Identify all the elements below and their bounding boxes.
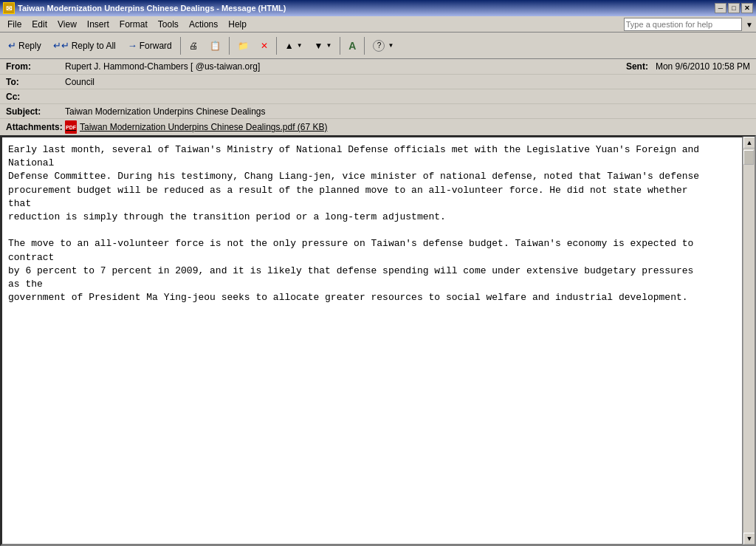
menu-bar: File Edit View Insert Format Tools Actio…: [0, 16, 624, 33]
toolbar-sep-4: [340, 37, 340, 55]
attachments-row: Attachments: PDF Taiwan Modernization Un…: [0, 118, 756, 135]
print-button[interactable]: 🖨: [184, 35, 203, 56]
delete-button[interactable]: ✕: [255, 35, 273, 56]
next-button[interactable]: ▼ ▼: [309, 35, 337, 56]
help-search-input[interactable]: [624, 18, 742, 31]
pdf-icon: PDF: [65, 120, 77, 134]
to-row: To: Council: [0, 74, 756, 89]
copy-icon: 📋: [210, 41, 221, 51]
sent-value: Sent: Mon 9/6/2010 10:58 PM: [626, 61, 750, 72]
menu-view[interactable]: View: [53, 18, 81, 31]
reply-all-icon: ↵↵: [53, 40, 69, 51]
menu-help[interactable]: Help: [224, 18, 251, 31]
menu-tools[interactable]: Tools: [154, 18, 183, 31]
close-button[interactable]: ✕: [741, 3, 753, 13]
cc-label: Cc:: [6, 92, 65, 102]
prev-dropdown-icon: ▼: [297, 42, 303, 49]
scroll-thumb[interactable]: [743, 150, 754, 165]
sent-datetime: Mon 9/6/2010 10:58 PM: [656, 61, 750, 72]
subject-value: Taiwan Modernization Underpins Chinese D…: [65, 106, 265, 117]
help-dropdown-btn-icon: ▼: [388, 42, 394, 49]
move-button[interactable]: 📁: [233, 35, 254, 56]
help-icon: ?: [373, 40, 385, 52]
next-dropdown-icon: ▼: [326, 42, 331, 49]
menu-format[interactable]: Format: [115, 18, 152, 31]
help-button[interactable]: ? ▼: [368, 35, 399, 56]
menu-file[interactable]: File: [3, 18, 26, 31]
format-icon: A: [348, 40, 356, 52]
next-icon: ▼: [315, 41, 323, 51]
title-bar-left: ✉ Taiwan Modernization Underpins Chinese…: [3, 2, 286, 14]
print-icon: 🖨: [189, 41, 198, 51]
scroll-track[interactable]: [743, 149, 755, 533]
sent-label: Sent:: [626, 61, 648, 72]
help-dropdown-icon[interactable]: ▼: [746, 21, 753, 29]
prev-icon: ▲: [285, 41, 294, 51]
from-value: Rupert J. Hammond-Chambers [ @us-taiwan.…: [65, 61, 260, 72]
cc-row: Cc:: [0, 89, 756, 103]
attachment-item[interactable]: PDF Taiwan Modernization Underpins Chine…: [65, 120, 328, 134]
scroll-up-button[interactable]: ▲: [743, 137, 755, 149]
copy-button[interactable]: 📋: [205, 35, 226, 56]
message-body[interactable]: Early last month, several of Taiwan's Mi…: [1, 137, 743, 545]
menu-actions[interactable]: Actions: [185, 18, 222, 31]
attachment-name: Taiwan Modernization Underpins Chinese D…: [80, 122, 328, 132]
window-title: Taiwan Modernization Underpins Chinese D…: [18, 4, 286, 13]
forward-icon: →: [128, 40, 137, 51]
from-label: From:: [6, 61, 65, 72]
delete-icon: ✕: [261, 41, 268, 51]
to-label: To:: [6, 77, 65, 87]
subject-label: Subject:: [6, 106, 65, 117]
from-row: From: Rupert J. Hammond-Chambers [ @us-t…: [0, 59, 756, 74]
main-content: From: Rupert J. Hammond-Chambers [ @us-t…: [0, 59, 756, 546]
attachments-label: Attachments:: [6, 122, 65, 132]
email-body-area: Early last month, several of Taiwan's Mi…: [0, 135, 756, 546]
reply-all-button[interactable]: ↵↵ Reply to All: [48, 35, 121, 56]
minimize-button[interactable]: ─: [715, 3, 726, 13]
prev-button[interactable]: ▲ ▼: [280, 35, 308, 56]
reply-icon: ↵: [8, 40, 16, 51]
toolbar: ↵ Reply ↵↵ Reply to All → Forward 🖨 📋 📁 …: [0, 33, 756, 59]
menu-insert[interactable]: Insert: [83, 18, 114, 31]
toolbar-sep-1: [180, 37, 181, 55]
title-bar-buttons[interactable]: ─ □ ✕: [715, 3, 753, 13]
move-icon: 📁: [238, 41, 249, 51]
format-button[interactable]: A: [343, 35, 361, 56]
scroll-down-button[interactable]: ▼: [743, 533, 755, 545]
scrollbar: ▲ ▼: [743, 137, 755, 545]
reply-button[interactable]: ↵ Reply: [3, 35, 47, 56]
email-icon: ✉: [3, 2, 15, 14]
title-bar: ✉ Taiwan Modernization Underpins Chinese…: [0, 0, 756, 16]
subject-row: Subject: Taiwan Modernization Underpins …: [0, 103, 756, 118]
menu-edit[interactable]: Edit: [27, 18, 52, 31]
maximize-button[interactable]: □: [728, 3, 740, 13]
email-headers: From: Rupert J. Hammond-Chambers [ @us-t…: [0, 59, 756, 135]
toolbar-sep-3: [276, 37, 277, 55]
toolbar-sep-2: [229, 37, 230, 55]
toolbar-sep-5: [364, 37, 365, 55]
forward-button[interactable]: → Forward: [123, 35, 177, 56]
to-value: Council: [65, 77, 94, 87]
